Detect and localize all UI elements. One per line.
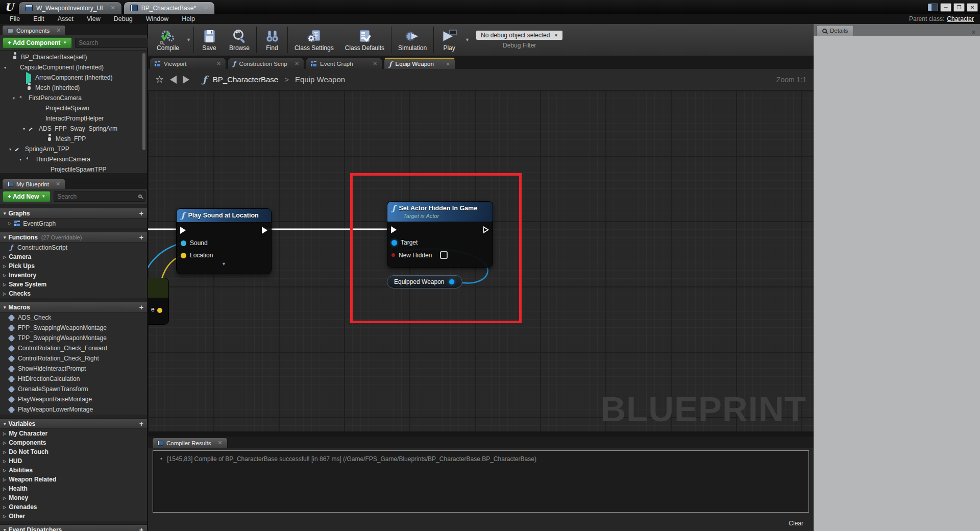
add-event-dispatcher-icon[interactable]: + [139, 526, 143, 531]
close-icon[interactable]: ✕ [218, 440, 223, 446]
close-icon[interactable]: ✕ [971, 29, 976, 36]
close-icon[interactable]: ✕ [446, 61, 450, 67]
macro-item[interactable]: TPP_SwappingWeaponMontage [0, 333, 147, 343]
compile-options-caret[interactable]: ▼ [185, 37, 192, 42]
variables-section-header[interactable]: Variables + [0, 418, 147, 429]
expander-icon[interactable]: ▾ [4, 65, 11, 70]
variable-category[interactable]: Abilities [0, 466, 147, 475]
close-icon[interactable]: ✕ [56, 27, 61, 34]
add-variable-icon[interactable]: + [139, 420, 143, 428]
category-pick-ups[interactable]: Pick Ups [0, 261, 147, 271]
variable-category[interactable]: Money [0, 493, 147, 502]
components-search-input[interactable] [79, 39, 158, 46]
variable-category[interactable]: My Character [0, 429, 147, 438]
variable-category[interactable]: Other [0, 512, 147, 521]
tree-row[interactable]: ProjectileSpawnTPP [0, 164, 147, 173]
horizontal-splitter[interactable] [148, 431, 814, 437]
expander-icon[interactable]: ▷ [8, 221, 11, 226]
tree-row[interactable]: ArrowComponent (Inherited) [0, 73, 147, 83]
play-options-caret[interactable]: ▼ [463, 37, 471, 42]
macro-item[interactable]: ShowHideInteractPrompt [0, 364, 147, 374]
breadcrumb-root[interactable]: BP_CharacterBase [213, 75, 278, 84]
menu-help[interactable]: Help [175, 15, 202, 22]
variable-category[interactable]: Do Not Touch [0, 447, 147, 456]
tab-equip-weapon[interactable]: ƒ Equip Weapon ✕ [384, 58, 455, 69]
variable-category[interactable]: Grenades [0, 502, 147, 512]
macro-item[interactable]: PlayWeaponLowerMontage [0, 404, 147, 415]
add-graph-icon[interactable]: + [139, 209, 143, 218]
category-save-system[interactable]: Save System [0, 280, 147, 289]
tab-construction-script[interactable]: ƒ Construction Scrip ✕ [228, 58, 304, 69]
add-component-button[interactable]: + Add Component ▼ [3, 37, 72, 49]
forward-icon[interactable] [183, 76, 189, 84]
maximize-button[interactable]: ❐ [953, 3, 965, 12]
location-pin[interactable] [181, 253, 186, 258]
compile-button[interactable]: Compile [151, 24, 185, 56]
expander-icon[interactable]: ▾ [19, 157, 26, 162]
breadcrumb-current[interactable]: Equip Weapon [295, 75, 345, 84]
play-button[interactable]: Play [435, 24, 463, 56]
variable-category[interactable]: Components [0, 438, 147, 447]
tree-row[interactable]: Mesh (Inherited) [0, 83, 147, 93]
close-button[interactable]: ✕ [967, 3, 978, 12]
close-tab-icon[interactable]: ✕ [111, 5, 115, 11]
find-button[interactable]: Find [258, 24, 286, 56]
macro-item[interactable]: ControlRotation_Check_Forward [0, 343, 147, 353]
graph-canvas[interactable]: BLUEPRINT ƒ Play Sound at Location [148, 90, 814, 431]
functions-section-header[interactable]: Functions (27 Overridable) + [0, 232, 147, 243]
tab-components[interactable]: Components ✕ [2, 25, 66, 35]
tree-row[interactable]: ▾CapsuleComponent (Inherited) [0, 62, 147, 73]
tree-row[interactable]: BP_CharacterBase(self) [0, 52, 147, 62]
close-icon[interactable]: ✕ [295, 61, 299, 66]
category-inventory[interactable]: Inventory [0, 271, 147, 280]
browse-button[interactable]: Browse [224, 24, 255, 56]
debug-object-dropdown[interactable]: No debug object selected ▼ [476, 31, 562, 40]
minimize-button[interactable]: ─ [940, 3, 951, 12]
category-checks[interactable]: Checks [0, 289, 147, 298]
close-icon[interactable]: ✕ [217, 61, 221, 66]
tab-my-blueprint[interactable]: My Blueprint ✕ [2, 179, 65, 189]
class-settings-button[interactable]: Class Settings [289, 24, 339, 56]
variable-category[interactable]: Weapon Related [0, 475, 147, 484]
add-macro-icon[interactable]: + [139, 303, 143, 311]
graphs-section-header[interactable]: Graphs + [0, 208, 147, 219]
tree-scrollbar[interactable] [142, 53, 145, 150]
tree-row[interactable]: Mesh_FPP [0, 134, 147, 144]
tree-row[interactable]: ▾SpringArm_TPP [0, 144, 147, 154]
tab-event-graph[interactable]: Event Graph ✕ [306, 58, 382, 69]
layout-icon[interactable] [928, 4, 938, 11]
macro-item[interactable]: PlayWeaponRaiseMontage [0, 394, 147, 404]
variable-category[interactable]: Health [0, 484, 147, 493]
list-item-eventgraph[interactable]: ▷ EventGraph [0, 219, 147, 228]
macro-item[interactable]: ADS_Check [0, 312, 147, 323]
add-new-button[interactable]: + Add New ▼ [3, 191, 51, 202]
back-icon[interactable] [170, 76, 177, 84]
vector-pin[interactable] [157, 308, 162, 313]
macro-item[interactable]: FPP_SwappingWeaponMontage [0, 323, 147, 333]
parent-class-link[interactable]: Character [947, 15, 974, 22]
list-item-constructionscript[interactable]: ƒ ConstructionScript [0, 243, 147, 252]
tab-viewport[interactable]: Viewport ✕ [150, 58, 226, 69]
tree-row[interactable]: ▾FirstPersonCamera [0, 93, 147, 103]
asset-tab-weapon-inventory-ui[interactable]: W_WeaponInventory_UI ✕ [18, 2, 122, 14]
category-camera[interactable]: Camera [0, 252, 147, 261]
node-header[interactable]: ƒ Play Sound at Location [177, 209, 271, 223]
expander-icon[interactable]: ▾ [13, 96, 19, 101]
my-blueprint-search-input[interactable] [57, 193, 136, 200]
tab-details[interactable]: Details [816, 25, 854, 36]
compiler-log[interactable]: [1545,83] Compile of BP_CharacterBase su… [153, 450, 809, 513]
menu-view[interactable]: View [80, 15, 107, 22]
macro-item[interactable]: GrenadeSpawnTransform [0, 384, 147, 394]
clear-button[interactable]: Clear [789, 520, 803, 527]
asset-tab-character-base[interactable]: BP_CharacterBase* ✕ [124, 2, 215, 14]
exec-out-pin[interactable] [262, 227, 267, 234]
advanced-pins-toggle[interactable]: ▼ [177, 261, 271, 269]
tree-row[interactable]: InteractPromptHelper [0, 113, 147, 124]
add-function-icon[interactable]: + [139, 233, 143, 242]
macros-section-header[interactable]: Macros + [0, 302, 147, 312]
save-button[interactable]: Save [195, 24, 224, 56]
tab-compiler-results[interactable]: Compiler Results ✕ [152, 438, 228, 448]
close-icon[interactable]: ✕ [373, 61, 377, 66]
menu-file[interactable]: File [3, 15, 27, 22]
menu-edit[interactable]: Edit [27, 15, 51, 22]
